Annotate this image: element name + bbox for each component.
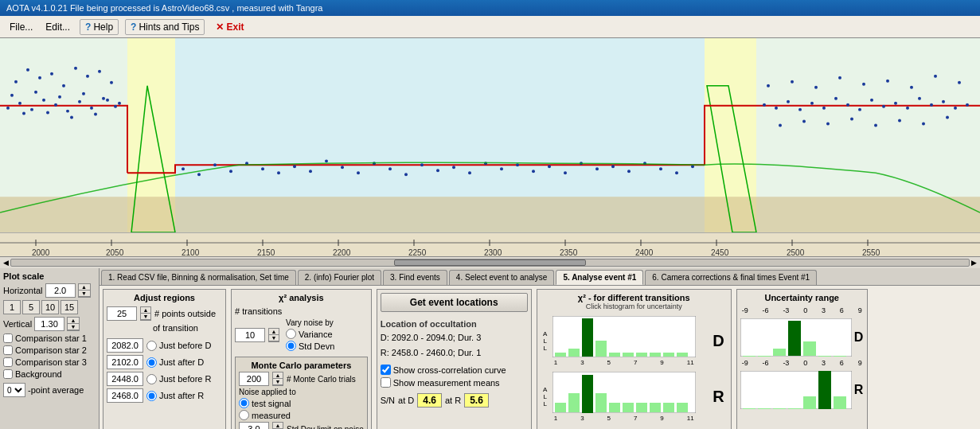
svg-point-59 [548, 165, 551, 168]
point-avg-select[interactable]: 0123 [3, 383, 25, 397]
mc-trials-spinner[interactable]: ▲ ▼ [272, 372, 283, 386]
transitions-input[interactable] [235, 328, 265, 342]
scale-btn-15[interactable]: 15 [61, 300, 78, 314]
trans-up[interactable]: ▲ [269, 329, 279, 335]
horizontal-input[interactable] [45, 283, 76, 298]
cross-correlation-row: Show cross-correlation curve [381, 365, 528, 375]
points-outside-input[interactable] [107, 306, 137, 321]
std-dev-spinner[interactable]: ▲ ▼ [272, 422, 283, 429]
scrollbar-track[interactable] [10, 259, 970, 267]
svg-point-98 [826, 123, 830, 126]
points-spinner[interactable]: ▲ ▼ [140, 306, 151, 321]
u-d-label: D [854, 330, 864, 345]
just-after-r-radio[interactable] [146, 391, 157, 401]
uncertainty-title: Uncertainty range [740, 293, 864, 302]
comp-star-1-checkbox[interactable] [3, 333, 13, 343]
just-before-r-radio[interactable] [146, 374, 157, 384]
vertical-input[interactable] [34, 317, 64, 331]
scroll-right-arrow[interactable]: ▶ [970, 259, 978, 267]
mc-trials-input[interactable] [239, 372, 269, 386]
tabs-row: 1. Read CSV file, Binning & normalisatio… [100, 268, 980, 286]
svg-point-9 [30, 108, 33, 111]
transitions-spinner[interactable]: ▲ ▼ [268, 328, 279, 342]
svg-point-83 [930, 103, 933, 107]
chi2-analysis-panel: χ² analysis # transitions ▲ ▼ Vary noise… [231, 289, 372, 429]
mc-down[interactable]: ▼ [273, 379, 283, 385]
svg-rect-159 [834, 356, 846, 357]
vertical-down[interactable]: ▼ [68, 324, 79, 330]
scrollbar-area[interactable]: ◀ ▶ [0, 257, 980, 268]
scroll-left-arrow[interactable]: ◀ [2, 259, 10, 267]
points-down[interactable]: ▼ [141, 314, 150, 320]
background-checkbox[interactable] [3, 369, 13, 379]
get-event-button[interactable]: Get event locations [381, 293, 528, 312]
adjust-regions-panel: Adjust regions ▲ ▼ # points outside of t… [103, 289, 226, 429]
svg-text:2250: 2250 [408, 248, 427, 257]
just-before-d-label: Just before D [146, 341, 211, 351]
u-d-svg[interactable] [740, 318, 852, 357]
vertical-up[interactable]: ▲ [68, 318, 79, 324]
just-before-r-input[interactable] [107, 372, 143, 386]
file-menu[interactable]: File... [6, 20, 36, 34]
r-bars-container[interactable]: 1357911 [552, 372, 708, 422]
tab-1[interactable]: 1. Read CSV file, Binning & normalisatio… [101, 270, 296, 285]
svg-point-103 [946, 116, 949, 119]
std-dev-up[interactable]: ▲ [273, 423, 283, 429]
points-up[interactable]: ▲ [141, 307, 150, 314]
tab-6[interactable]: 6. Camera corrections & final times Even… [645, 270, 817, 285]
help-button[interactable]: ? Help [80, 19, 119, 35]
just-after-d-input[interactable] [107, 355, 143, 369]
std-dev-input[interactable] [239, 422, 269, 429]
just-before-d-input[interactable] [107, 338, 143, 353]
d-histogram-svg[interactable] [552, 316, 696, 357]
edit-menu[interactable]: Edit... [42, 20, 73, 34]
svg-rect-133 [582, 318, 593, 357]
scrollbar-thumb[interactable] [394, 259, 586, 266]
u-r-svg[interactable] [740, 371, 852, 409]
svg-point-13 [78, 100, 81, 103]
tab-3[interactable]: 3. Find events [383, 270, 447, 285]
svg-point-24 [94, 113, 97, 116]
hints-button[interactable]: ? Hints and Tips [125, 19, 205, 35]
test-signal-radio[interactable] [239, 398, 249, 408]
svg-point-97 [802, 120, 806, 123]
scale-btn-10[interactable]: 10 [41, 300, 59, 314]
svg-rect-142 [555, 403, 566, 412]
just-after-d-radio[interactable] [146, 357, 157, 368]
mc-up[interactable]: ▲ [273, 372, 283, 379]
exit-button[interactable]: ✕ Exit [211, 20, 248, 34]
tab-5[interactable]: 5. Analyse event #1 [556, 270, 643, 285]
horizontal-down[interactable]: ▼ [79, 291, 90, 297]
comp-star-3-checkbox[interactable] [3, 357, 13, 367]
variance-radio[interactable] [286, 329, 296, 339]
horizontal-spinner[interactable]: ▲ ▼ [78, 283, 91, 298]
measured-radio[interactable] [239, 410, 249, 420]
u-axis-middle: -9-6-30369 [740, 359, 864, 367]
horizontal-up[interactable]: ▲ [79, 284, 90, 291]
tab-2[interactable]: 2. (info) Fourier plot [298, 270, 381, 285]
just-after-r-input[interactable] [107, 388, 143, 403]
just-before-d-radio[interactable] [146, 341, 157, 351]
scale-buttons-group: 1 5 10 15 [3, 300, 96, 314]
vertical-spinner[interactable]: ▲ ▼ [67, 317, 80, 331]
tab-4[interactable]: 4. Select event to analyse [449, 270, 555, 285]
cross-correlation-checkbox[interactable] [381, 365, 391, 375]
svg-rect-150 [663, 403, 674, 412]
svg-point-27 [14, 80, 18, 84]
scale-btn-1[interactable]: 1 [3, 300, 21, 314]
svg-point-12 [66, 110, 69, 113]
measurement-means-checkbox[interactable] [381, 377, 391, 388]
svg-point-18 [22, 112, 25, 115]
comp-star-2-row: Comparison star 2 [3, 345, 96, 355]
svg-rect-145 [595, 393, 607, 412]
r-histogram-svg[interactable] [552, 372, 696, 413]
svg-rect-140 [677, 353, 688, 357]
d-bars-container[interactable]: 1357911 [552, 316, 708, 366]
svg-point-69 [763, 103, 766, 107]
trans-down[interactable]: ▼ [269, 335, 279, 341]
comp-star-2-checkbox[interactable] [3, 345, 13, 355]
scale-btn-5[interactable]: 5 [22, 300, 40, 314]
std-devn-radio[interactable] [286, 341, 296, 351]
svg-point-84 [942, 100, 945, 103]
svg-point-21 [58, 96, 61, 99]
